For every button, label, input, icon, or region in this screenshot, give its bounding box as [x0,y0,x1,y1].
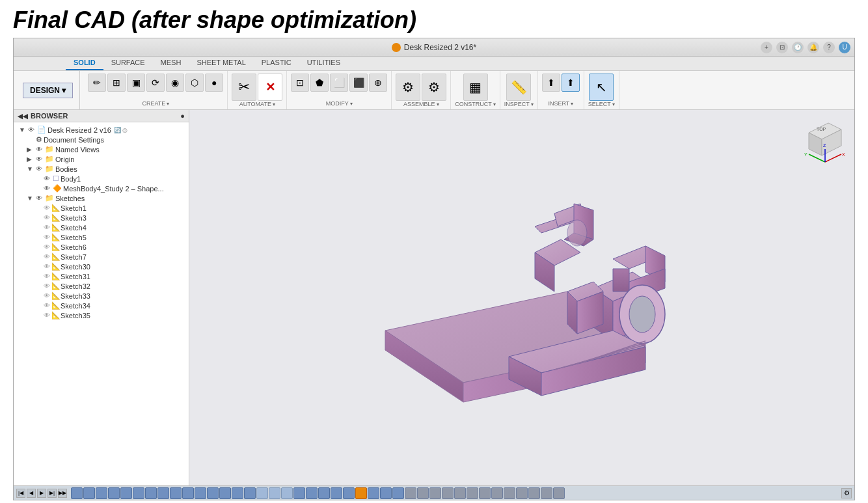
eye-origin[interactable]: 👁 [36,156,42,163]
browser-item-sketch31[interactable]: 👁 📐 Sketch31 [14,271,189,281]
automate-scissors-icon[interactable]: ✂ [232,74,256,101]
tl-item-34[interactable] [479,487,491,499]
tl-item-18[interactable] [281,487,293,499]
eye-sketch33[interactable]: 👁 [44,292,50,299]
eye-sketch4[interactable]: 👁 [44,224,50,231]
tl-item-11[interactable] [195,487,206,499]
measure-icon[interactable]: 📏 [506,74,531,101]
tl-item-37[interactable] [516,487,528,499]
help-btn[interactable]: ? [823,42,835,53]
notify-btn[interactable]: 🔔 [807,42,819,53]
expand-origin[interactable]: ▶ [27,156,34,163]
eye-body1[interactable]: 👁 [44,175,50,182]
eye-sketch30[interactable]: 👁 [44,263,50,270]
tl-item-26[interactable] [380,487,392,499]
plus-btn[interactable]: + [761,42,772,53]
browser-item-meshbody[interactable]: 👁 🔶 MeshBody4_Study 2 – Shape... [14,184,189,193]
eye-sketch6[interactable]: 👁 [44,243,50,251]
tl-item-8[interactable] [157,487,169,499]
browser-menu-btn[interactable]: ● [180,112,185,120]
tl-item-9[interactable] [170,487,182,499]
eye-sketch35[interactable]: 👁 [44,312,50,319]
tl-item-16[interactable] [256,487,268,499]
revolve-icon[interactable]: ⟳ [146,74,165,92]
eye-sketch7[interactable]: 👁 [44,253,50,260]
eye-sketch31[interactable]: 👁 [44,273,50,280]
tab-plastic[interactable]: PLASTIC [254,57,299,70]
joint-icon[interactable]: ⚙ [396,74,420,101]
tl-item-17[interactable] [269,487,280,499]
tl-last-btn[interactable]: ▶▶ [58,489,67,498]
tl-item-3[interactable] [96,487,107,499]
browser-item-sketch35[interactable]: 👁 📐 Sketch35 [14,310,189,320]
tl-item-1[interactable] [71,487,83,499]
fillet-icon[interactable]: ⊡ [291,74,309,92]
tab-surface[interactable]: SURFACE [103,57,153,70]
browser-item-doc-settings[interactable]: ⚙ Document Settings [14,135,189,144]
sphere-icon[interactable]: ● [205,74,223,92]
eye-sketch1[interactable]: 👁 [44,204,50,211]
history-btn[interactable]: 🕐 [792,42,804,53]
browser-item-root[interactable]: ▼ 👁 📄 Desk Resized 2 v16 🔄 ◎ [14,125,189,135]
tl-item-6[interactable] [133,487,144,499]
viewport[interactable]: TOP X Y Z [189,110,854,485]
delete-icon[interactable]: ✕ [258,74,282,101]
tl-item-25[interactable] [368,487,379,499]
eye-named-views[interactable]: 👁 [36,146,42,153]
tl-item-12[interactable] [207,487,219,499]
expand-named-views[interactable]: ▶ [27,146,34,153]
tl-item-15[interactable] [244,487,256,499]
select-cursor-icon[interactable]: ↖ [589,74,614,101]
browser-item-sketch6[interactable]: 👁 📐 Sketch6 [14,242,189,252]
insert-mesh-icon[interactable]: ⬆ [562,74,580,92]
browser-item-sketches[interactable]: ▼ 👁 📁 Sketches [14,193,189,203]
expand-bodies[interactable]: ▼ [27,165,34,172]
tl-item-28[interactable] [405,487,416,499]
hole-icon[interactable]: ◉ [166,74,184,92]
tl-item-30[interactable] [429,487,441,499]
eye-sketches[interactable]: 👁 [36,195,42,202]
browser-arrows-left[interactable]: ◀◀ [18,113,28,120]
browser-item-body1[interactable]: 👁 ☐ Body1 [14,174,189,184]
eye-sketch32[interactable]: 👁 [44,282,50,290]
extrude-icon[interactable]: ▣ [127,74,145,92]
view-cube[interactable]: TOP X Y Z [802,116,848,162]
timeline-settings-btn[interactable]: ⚙ [841,488,852,498]
user-avatar[interactable]: U [839,42,850,53]
eye-bodies[interactable]: 👁 [36,165,42,172]
design-dropdown[interactable]: DESIGN ▾ [16,71,80,109]
browser-item-sketch4[interactable]: 👁 📐 Sketch4 [14,223,189,232]
draft-icon[interactable]: ⬛ [349,74,368,92]
design-btn[interactable]: DESIGN ▾ [23,83,73,98]
tl-item-7[interactable] [145,487,157,499]
browser-item-sketch34[interactable]: 👁 📐 Sketch34 [14,301,189,310]
tl-item-32[interactable] [454,487,466,499]
tl-prev-btn[interactable]: ◀ [27,489,36,498]
tl-item-10[interactable] [182,487,194,499]
tl-item-27[interactable] [392,487,404,499]
tl-item-24[interactable] [355,487,367,499]
tl-item-4[interactable] [108,487,120,499]
expand-sketches[interactable]: ▼ [27,195,34,202]
insert-svg-icon[interactable]: ⬆ [542,74,560,92]
tl-item-13[interactable] [219,487,231,499]
tabs-btn[interactable]: ⊡ [776,42,788,53]
tl-first-btn[interactable]: |◀ [16,489,25,498]
browser-item-sketch5[interactable]: 👁 📐 Sketch5 [14,232,189,242]
create-sketch-icon[interactable]: ⊞ [107,74,126,92]
browser-item-origin[interactable]: ▶ 👁 📁 Origin [14,154,189,164]
browser-item-sketch1[interactable]: 👁 📐 Sketch1 [14,203,189,213]
browser-item-sketch33[interactable]: 👁 📐 Sketch33 [14,291,189,301]
tl-item-19[interactable] [293,487,305,499]
browser-item-sketch3[interactable]: 👁 📐 Sketch3 [14,213,189,223]
tab-solid[interactable]: SOLID [66,57,103,70]
tab-sheet-metal[interactable]: SHEET METAL [189,57,253,70]
tl-item-31[interactable] [442,487,454,499]
sketch-icon[interactable]: ✏ [88,74,106,92]
tl-item-29[interactable] [417,487,429,499]
eye-root[interactable]: 👁 [28,126,34,133]
tl-item-21[interactable] [318,487,330,499]
browser-item-bodies[interactable]: ▼ 👁 📁 Bodies [14,164,189,174]
tl-item-5[interactable] [120,487,132,499]
tl-item-36[interactable] [504,487,515,499]
